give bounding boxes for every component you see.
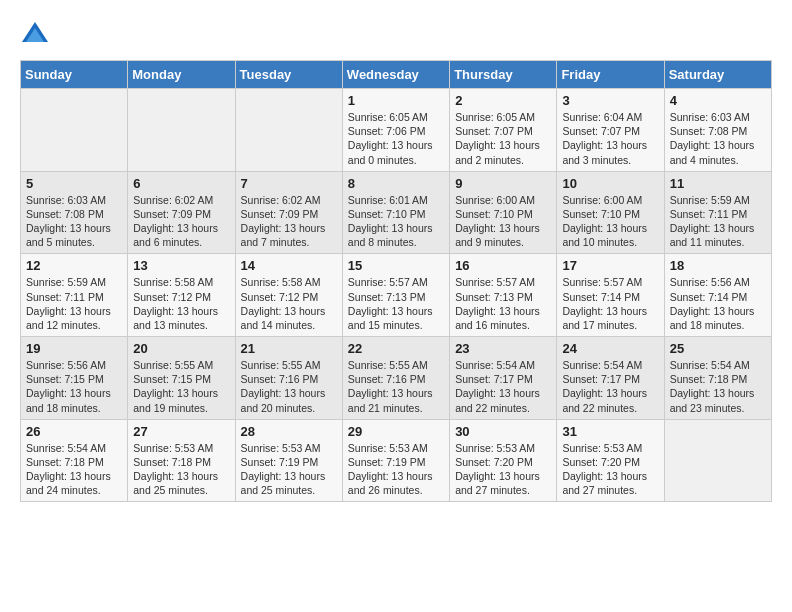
calendar-cell: 31Sunrise: 5:53 AMSunset: 7:20 PMDayligh… — [557, 419, 664, 502]
day-number: 12 — [26, 258, 122, 273]
cell-info-line: Sunrise: 5:57 AM — [562, 276, 642, 288]
day-number: 7 — [241, 176, 337, 191]
cell-info-line: and 16 minutes. — [455, 319, 530, 331]
cell-info-line: Daylight: 13 hours — [241, 387, 326, 399]
day-number: 13 — [133, 258, 229, 273]
cell-info: Sunrise: 6:00 AMSunset: 7:10 PMDaylight:… — [455, 193, 551, 250]
calendar-cell: 22Sunrise: 5:55 AMSunset: 7:16 PMDayligh… — [342, 337, 449, 420]
cell-info-line: Sunset: 7:12 PM — [133, 291, 211, 303]
cell-info-line: and 24 minutes. — [26, 484, 101, 496]
weekday-header: Friday — [557, 61, 664, 89]
cell-info-line: and 4 minutes. — [670, 154, 739, 166]
cell-info-line: Daylight: 13 hours — [562, 470, 647, 482]
cell-info: Sunrise: 5:54 AMSunset: 7:18 PMDaylight:… — [26, 441, 122, 498]
calendar-cell: 18Sunrise: 5:56 AMSunset: 7:14 PMDayligh… — [664, 254, 771, 337]
cell-info-line: and 27 minutes. — [562, 484, 637, 496]
calendar-cell: 23Sunrise: 5:54 AMSunset: 7:17 PMDayligh… — [450, 337, 557, 420]
cell-info-line: Sunset: 7:10 PM — [562, 208, 640, 220]
cell-info-line: and 23 minutes. — [670, 402, 745, 414]
cell-info-line: Sunrise: 5:56 AM — [26, 359, 106, 371]
day-number: 8 — [348, 176, 444, 191]
cell-info-line: and 26 minutes. — [348, 484, 423, 496]
cell-info-line: Daylight: 13 hours — [241, 305, 326, 317]
cell-info: Sunrise: 5:59 AMSunset: 7:11 PMDaylight:… — [26, 275, 122, 332]
cell-info-line: Daylight: 13 hours — [562, 387, 647, 399]
cell-info-line: and 17 minutes. — [562, 319, 637, 331]
calendar-cell: 9Sunrise: 6:00 AMSunset: 7:10 PMDaylight… — [450, 171, 557, 254]
cell-info-line: Sunrise: 5:54 AM — [670, 359, 750, 371]
day-number: 2 — [455, 93, 551, 108]
cell-info-line: Daylight: 13 hours — [562, 139, 647, 151]
calendar-cell: 20Sunrise: 5:55 AMSunset: 7:15 PMDayligh… — [128, 337, 235, 420]
cell-info-line: Daylight: 13 hours — [455, 139, 540, 151]
calendar-table: SundayMondayTuesdayWednesdayThursdayFrid… — [20, 60, 772, 502]
calendar-cell — [235, 89, 342, 172]
cell-info: Sunrise: 5:57 AMSunset: 7:13 PMDaylight:… — [348, 275, 444, 332]
cell-info-line: Sunset: 7:20 PM — [455, 456, 533, 468]
cell-info-line: Sunset: 7:18 PM — [26, 456, 104, 468]
cell-info: Sunrise: 5:56 AMSunset: 7:14 PMDaylight:… — [670, 275, 766, 332]
cell-info-line: Sunrise: 6:02 AM — [241, 194, 321, 206]
calendar-cell: 10Sunrise: 6:00 AMSunset: 7:10 PMDayligh… — [557, 171, 664, 254]
cell-info: Sunrise: 5:56 AMSunset: 7:15 PMDaylight:… — [26, 358, 122, 415]
calendar-cell: 26Sunrise: 5:54 AMSunset: 7:18 PMDayligh… — [21, 419, 128, 502]
day-number: 23 — [455, 341, 551, 356]
calendar-cell: 21Sunrise: 5:55 AMSunset: 7:16 PMDayligh… — [235, 337, 342, 420]
calendar-cell: 1Sunrise: 6:05 AMSunset: 7:06 PMDaylight… — [342, 89, 449, 172]
calendar-cell: 4Sunrise: 6:03 AMSunset: 7:08 PMDaylight… — [664, 89, 771, 172]
cell-info: Sunrise: 5:53 AMSunset: 7:20 PMDaylight:… — [455, 441, 551, 498]
cell-info-line: Daylight: 13 hours — [133, 305, 218, 317]
calendar-cell: 29Sunrise: 5:53 AMSunset: 7:19 PMDayligh… — [342, 419, 449, 502]
day-number: 25 — [670, 341, 766, 356]
cell-info-line: Sunrise: 6:05 AM — [455, 111, 535, 123]
cell-info-line: Sunset: 7:07 PM — [562, 125, 640, 137]
cell-info-line: Sunset: 7:10 PM — [348, 208, 426, 220]
calendar-week-row: 5Sunrise: 6:03 AMSunset: 7:08 PMDaylight… — [21, 171, 772, 254]
cell-info-line: Daylight: 13 hours — [133, 222, 218, 234]
cell-info-line: Sunrise: 6:02 AM — [133, 194, 213, 206]
cell-info-line: and 11 minutes. — [670, 236, 745, 248]
cell-info-line: Sunrise: 5:59 AM — [670, 194, 750, 206]
cell-info: Sunrise: 5:57 AMSunset: 7:14 PMDaylight:… — [562, 275, 658, 332]
cell-info-line: Daylight: 13 hours — [348, 222, 433, 234]
cell-info-line: Daylight: 13 hours — [348, 139, 433, 151]
cell-info-line: Sunrise: 5:53 AM — [133, 442, 213, 454]
calendar-cell: 7Sunrise: 6:02 AMSunset: 7:09 PMDaylight… — [235, 171, 342, 254]
day-number: 22 — [348, 341, 444, 356]
day-number: 6 — [133, 176, 229, 191]
cell-info-line: Sunset: 7:07 PM — [455, 125, 533, 137]
cell-info-line: Sunset: 7:09 PM — [241, 208, 319, 220]
cell-info-line: Sunset: 7:17 PM — [455, 373, 533, 385]
cell-info-line: Daylight: 13 hours — [348, 305, 433, 317]
cell-info-line: Daylight: 13 hours — [241, 222, 326, 234]
cell-info-line: and 0 minutes. — [348, 154, 417, 166]
day-number: 11 — [670, 176, 766, 191]
day-number: 29 — [348, 424, 444, 439]
cell-info: Sunrise: 5:53 AMSunset: 7:19 PMDaylight:… — [241, 441, 337, 498]
cell-info-line: Sunset: 7:08 PM — [670, 125, 748, 137]
cell-info: Sunrise: 6:03 AMSunset: 7:08 PMDaylight:… — [670, 110, 766, 167]
calendar-cell: 5Sunrise: 6:03 AMSunset: 7:08 PMDaylight… — [21, 171, 128, 254]
cell-info: Sunrise: 6:02 AMSunset: 7:09 PMDaylight:… — [241, 193, 337, 250]
cell-info-line: and 7 minutes. — [241, 236, 310, 248]
cell-info-line: Sunset: 7:16 PM — [348, 373, 426, 385]
day-number: 14 — [241, 258, 337, 273]
cell-info: Sunrise: 6:05 AMSunset: 7:07 PMDaylight:… — [455, 110, 551, 167]
calendar-cell — [664, 419, 771, 502]
cell-info-line: Daylight: 13 hours — [348, 387, 433, 399]
cell-info-line: Sunset: 7:12 PM — [241, 291, 319, 303]
calendar-cell: 6Sunrise: 6:02 AMSunset: 7:09 PMDaylight… — [128, 171, 235, 254]
calendar-cell: 3Sunrise: 6:04 AMSunset: 7:07 PMDaylight… — [557, 89, 664, 172]
cell-info: Sunrise: 5:54 AMSunset: 7:18 PMDaylight:… — [670, 358, 766, 415]
cell-info: Sunrise: 6:00 AMSunset: 7:10 PMDaylight:… — [562, 193, 658, 250]
day-number: 5 — [26, 176, 122, 191]
cell-info-line: Daylight: 13 hours — [670, 387, 755, 399]
cell-info-line: Sunrise: 5:54 AM — [562, 359, 642, 371]
cell-info-line: Sunrise: 5:55 AM — [133, 359, 213, 371]
cell-info-line: Sunrise: 5:53 AM — [241, 442, 321, 454]
cell-info-line: Sunset: 7:11 PM — [670, 208, 748, 220]
cell-info-line: and 3 minutes. — [562, 154, 631, 166]
weekday-header: Monday — [128, 61, 235, 89]
cell-info-line: Sunrise: 5:55 AM — [348, 359, 428, 371]
day-number: 27 — [133, 424, 229, 439]
